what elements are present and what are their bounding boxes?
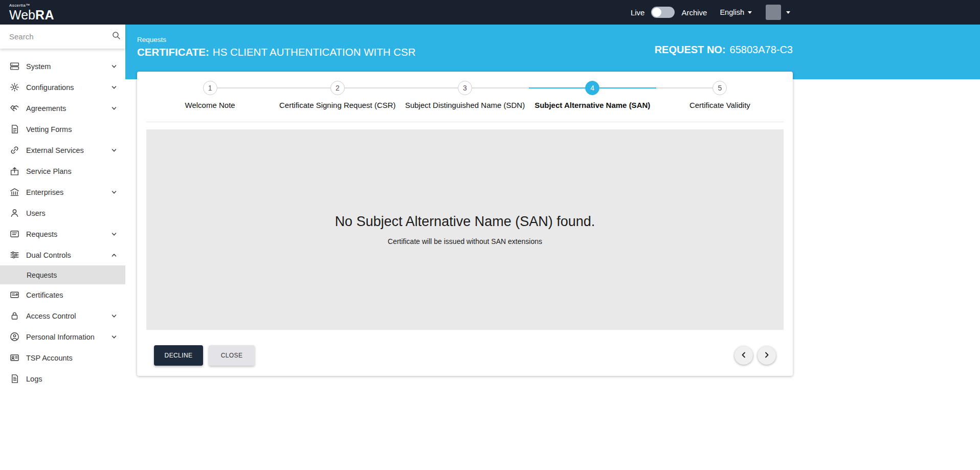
wizard-actions: DECLINE CLOSE (146, 345, 784, 369)
close-button[interactable]: CLOSE (209, 345, 255, 366)
step-san[interactable]: 4 Subject Alternative Name (SAN) (529, 81, 656, 109)
step-csr[interactable]: 2 Certificate Signing Request (CSR) (274, 81, 401, 109)
sidebar-item-access-control[interactable]: Access Control (0, 305, 125, 326)
page-header-band: Requests CERTIFICATE:HS CLIENT AUTHENTIC… (125, 25, 980, 79)
breadcrumb[interactable]: Requests (137, 36, 416, 43)
chevron-down-icon (111, 147, 117, 153)
chevron-down-icon (111, 313, 117, 319)
empty-state-message: No Subject Alternative Name (SAN) found. (335, 214, 595, 230)
chevron-down-icon (111, 231, 117, 237)
caret-down-icon (748, 11, 752, 14)
configurations-icon (9, 82, 19, 93)
app-logo[interactable]: Ascertia™ WebRA (9, 4, 54, 21)
live-label: Live (631, 8, 645, 17)
sidebar-item-vetting-forms[interactable]: Vetting Forms (0, 119, 125, 140)
sidebar-item-external-services[interactable]: External Services (0, 140, 125, 161)
user-menu[interactable] (766, 5, 790, 20)
sidebar-item-enterprises[interactable]: Enterprises (0, 182, 125, 203)
step-circle: 2 (330, 81, 345, 95)
page-header-left: Requests CERTIFICATE:HS CLIENT AUTHENTIC… (137, 36, 416, 58)
sidebar-item-dual-controls[interactable]: Dual Controls (0, 244, 125, 265)
main-content: Requests CERTIFICATE:HS CLIENT AUTHENTIC… (125, 25, 980, 470)
san-empty-panel: No Subject Alternative Name (SAN) found.… (146, 129, 784, 330)
system-icon (9, 61, 19, 72)
certificates-icon (9, 290, 19, 300)
sidebar-item-tsp-accounts[interactable]: TSP Accounts (0, 347, 125, 368)
sidebar-subitem-requests[interactable]: Requests (0, 265, 125, 284)
access-control-icon (9, 311, 19, 321)
sidebar-item-requests[interactable]: Requests (0, 223, 125, 244)
archive-label: Archive (681, 8, 707, 17)
chevron-left-icon (740, 351, 747, 360)
decline-button[interactable]: DECLINE (154, 345, 203, 366)
external-services-icon (9, 145, 19, 155)
next-step-button[interactable] (758, 346, 776, 365)
caret-down-icon (786, 11, 790, 14)
vetting-forms-icon (9, 124, 19, 135)
chevron-right-icon (763, 351, 770, 360)
sidebar-item-service-plans[interactable]: Service Plans (0, 161, 125, 182)
tsp-accounts-icon (9, 353, 19, 363)
search-input[interactable] (8, 32, 112, 41)
step-welcome-note[interactable]: 1 Welcome Note (146, 81, 274, 109)
search-icon (112, 31, 121, 42)
step-circle: 1 (203, 81, 217, 95)
previous-step-button[interactable] (734, 346, 753, 365)
users-icon (9, 208, 19, 218)
request-number-label: REQUEST NO: (655, 44, 726, 55)
toggle-knob (652, 8, 661, 17)
chevron-down-icon (111, 63, 117, 70)
step-navigation (734, 346, 776, 365)
service-plans-icon (9, 166, 19, 176)
topbar-right: Live Archive English (631, 5, 790, 20)
sidebar-item-configurations[interactable]: Configurations (0, 77, 125, 98)
step-certificate-validity[interactable]: 5 Certificate Validity (656, 81, 784, 109)
language-selector[interactable]: English (720, 8, 752, 16)
sidebar-item-system[interactable]: System (0, 56, 125, 77)
title-prefix: CERTIFICATE: (137, 46, 209, 58)
brand-main: WebRA (9, 8, 54, 22)
wizard-stepper: 1 Welcome Note 2 Certificate Signing Req… (146, 81, 784, 109)
chevron-down-icon (111, 334, 117, 340)
chevron-down-icon (111, 189, 117, 195)
brand-small: Ascertia™ (9, 4, 54, 8)
sidebar-item-personal-information[interactable]: Personal Information (0, 326, 125, 347)
sidebar-item-certificates[interactable]: Certificates (0, 284, 125, 305)
step-circle: 3 (458, 81, 472, 95)
request-number: REQUEST NO:65803A78-C3 (655, 36, 793, 58)
stepper-divider (146, 122, 784, 122)
logs-icon (9, 374, 19, 384)
sidebar-menu: System Configurations Agreements (0, 49, 125, 389)
agreements-icon (9, 103, 19, 114)
chevron-down-icon (111, 84, 117, 91)
topbar: Ascertia™ WebRA Live Archive English (0, 0, 980, 25)
step-circle: 5 (712, 81, 727, 95)
page-title: CERTIFICATE:HS CLIENT AUTHENTICATION WIT… (137, 46, 416, 58)
title-text: HS CLIENT AUTHENTICATION WITH CSR (213, 46, 416, 58)
sidebar-search (0, 25, 125, 49)
sidebar-item-agreements[interactable]: Agreements (0, 98, 125, 119)
wizard-card: 1 Welcome Note 2 Certificate Signing Req… (137, 72, 793, 376)
sidebar: System Configurations Agreements (0, 25, 125, 470)
app-layout: System Configurations Agreements (0, 25, 980, 470)
request-number-value: 65803A78-C3 (730, 44, 793, 55)
user-avatar (766, 5, 781, 20)
enterprises-icon (9, 187, 19, 197)
chevron-up-icon (111, 252, 117, 258)
requests-icon (9, 229, 19, 239)
personal-information-icon (9, 332, 19, 342)
sidebar-item-users[interactable]: Users (0, 203, 125, 223)
empty-state-submessage: Certificate will be issued without SAN e… (388, 237, 542, 245)
language-label: English (720, 8, 744, 16)
dual-controls-icon (9, 250, 19, 260)
sidebar-item-logs[interactable]: Logs (0, 368, 125, 389)
step-sdn[interactable]: 3 Subject Distinguished Name (SDN) (401, 81, 528, 109)
step-circle: 4 (585, 81, 599, 95)
chevron-down-icon (111, 105, 117, 111)
live-archive-toggle[interactable] (651, 7, 675, 18)
